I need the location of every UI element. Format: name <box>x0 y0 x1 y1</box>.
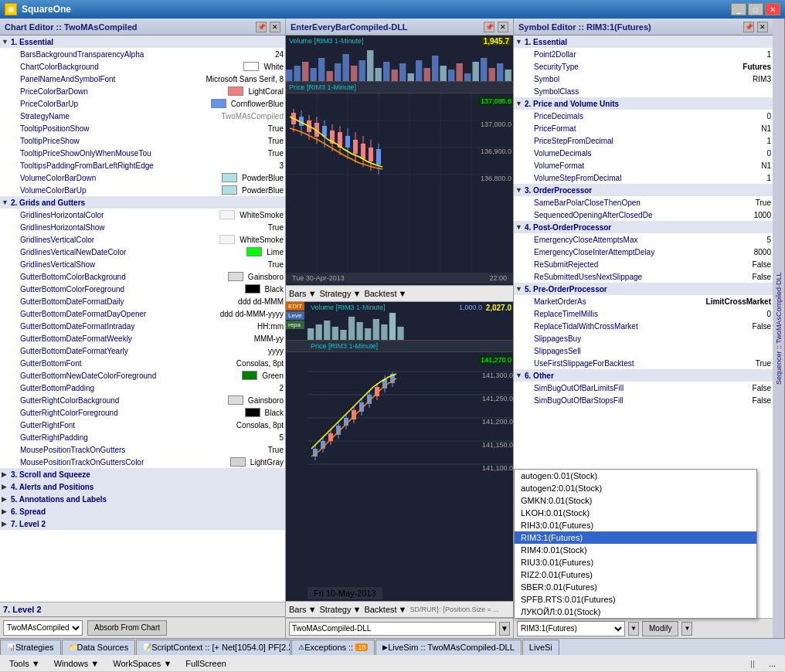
tab-exceptions[interactable]: ⚠ Exceptions :: 18 <box>291 640 375 655</box>
se-resubmit-rejected[interactable]: ReSubmitRejected False <box>514 258 773 270</box>
se-section-essential[interactable]: ▼ 1. Essential <box>514 36 773 48</box>
dropdown-item-autogen[interactable]: autogen:0.01(Stock) <box>515 470 756 482</box>
close-panel-button2[interactable]: ✕ <box>498 22 508 32</box>
menu-tools[interactable]: Tools ▼ <box>3 657 46 670</box>
prop-gutter-right-pad[interactable]: GutterRightPadding 5 <box>0 431 285 443</box>
minimize-button[interactable]: _ <box>731 3 746 15</box>
section-level2[interactable]: ▶ 7. Level 2 <box>0 518 285 530</box>
prop-gutter-yearly[interactable]: GutterBottomDateFormatYearly yyyy <box>0 344 285 357</box>
close-panel-button3[interactable]: ✕ <box>757 22 768 32</box>
strategy-dropdown-2[interactable]: Strategy ▼ <box>320 605 362 614</box>
backtest-dropdown-2[interactable]: Backtest ▼ <box>364 605 406 614</box>
prop-gutter-bottom-bg[interactable]: GutterBottomColorBackground Gainsboro <box>0 270 285 283</box>
se-replace-tidal[interactable]: ReplaceTidalWithCrossMarket False <box>514 320 773 332</box>
prop-grid-h-show[interactable]: GridlinesHorizontalShow True <box>0 221 285 233</box>
prop-gutter-weekly[interactable]: GutterBottomDateFormatWeekly MMM-yy <box>0 332 285 344</box>
se-seq-open[interactable]: SequencedOpeningAfterClosedDe 1000 <box>514 209 773 221</box>
se-sim-limits[interactable]: SimBugOutOfBarLimitsFill False <box>514 382 773 394</box>
section-grids[interactable]: ▼ 2. Grids and Gutters <box>0 196 285 209</box>
prop-gutter-newdate-fg[interactable]: GutterBottomNewDateColorForeground Green <box>0 369 285 382</box>
se-section-post[interactable]: ▼ 4. Post-OrderProcessor <box>514 221 773 233</box>
se-symbol-class[interactable]: SymbolClass <box>514 85 773 97</box>
se-symbol[interactable]: Symbol RIM3 <box>514 73 773 85</box>
close-panel-button[interactable]: ✕ <box>270 22 280 32</box>
se-slippages-sell[interactable]: SlippagesSell <box>514 344 773 357</box>
menu-fullscreen[interactable]: FullScreen <box>179 657 233 670</box>
clear-input-button[interactable]: ▼ <box>499 622 510 636</box>
strategy-select[interactable]: TwoMAsCompiled <box>3 620 83 636</box>
strategy-dropdown-1[interactable]: Strategy ▼ <box>320 289 362 298</box>
dropdown-item-gmkn[interactable]: GMKN:0.01(Stock) <box>515 494 756 507</box>
tab-strategies[interactable]: 📊 Strategies <box>0 640 61 655</box>
prop-gutter-dayopener[interactable]: GutterBottomDateFormatDayOpener ddd dd-M… <box>0 307 285 320</box>
dropdown-item-lkoh[interactable]: LKOH:0.01(Stock) <box>515 507 756 519</box>
se-section-order-proc[interactable]: ▼ 3. OrderProcessor <box>514 184 773 196</box>
prop-vol-down[interactable]: VolumeColorBarDown PowderBlue <box>0 171 285 184</box>
prop-tooltip-only[interactable]: TooltipPriceShowOnlyWhenMouseTou True <box>0 147 285 159</box>
section-spread[interactable]: ▶ 6. Spread <box>0 505 285 518</box>
section-scroll[interactable]: ▶ 3. Scroll and Squeeze <box>0 468 285 480</box>
prop-gutter-intraday[interactable]: GutterBottomDateFormatIntraday HH:mm <box>0 320 285 332</box>
se-sim-stops[interactable]: SimBugOutOfBarStopsFill False <box>514 394 773 406</box>
se-section-price-units[interactable]: ▼ 2. Price and Volume Units <box>514 97 773 110</box>
se-same-bar-polar[interactable]: SameBarPolarCloseThenOpen True <box>514 196 773 209</box>
prop-gutter-right-fg[interactable]: GutterRightColorForeground Black <box>0 406 285 419</box>
se-replace-millis[interactable]: ReplaceTimelMillis 0 <box>514 307 773 320</box>
bars-dropdown-1[interactable]: Bars ▼ <box>289 289 317 298</box>
prop-tooltip-pos[interactable]: TooltipPositionShow True <box>0 122 285 134</box>
se-use-first-slippage[interactable]: UseFirstSlippageForBacktest True <box>514 357 773 369</box>
dropdown-item-riz2[interactable]: RIZ2:0.01(Futures) <box>515 568 756 581</box>
symbol-select-expand[interactable]: ▼ <box>628 622 639 636</box>
prop-mouse-track[interactable]: MousePositionTrackOnGutters True <box>0 443 285 456</box>
dropdown-item-autogen2[interactable]: autogen2:0.01(Stock) <box>515 482 756 494</box>
prop-chart-color[interactable]: ChartColorBackground White <box>0 60 285 73</box>
se-vol-step[interactable]: VolumeStepFromDecimal 1 <box>514 171 773 184</box>
pin-button2[interactable]: 📌 <box>484 22 494 32</box>
menu-workspaces[interactable]: WorkSpaces ▼ <box>107 657 178 670</box>
se-vol-format[interactable]: VolumeFormat N1 <box>514 159 773 171</box>
dropdown-item-sber[interactable]: SBER:0.01(Futures) <box>515 581 756 593</box>
tab-scriptcontext[interactable]: 📝 ScriptContext :: [+ Net[1054.0] PF[2.2… <box>136 640 291 655</box>
pin-button3[interactable]: 📌 <box>743 22 754 32</box>
dropdown-item-rim3[interactable]: RIM3:1(Futures) <box>515 531 756 544</box>
prop-grid-v-newdate[interactable]: GridlinesVerticalNewDateColor Lime <box>0 246 285 258</box>
chart-editor-tree[interactable]: ▼ 1. Essential BarsBackgroundTransparenc… <box>0 36 285 602</box>
se-resubmit-slippage[interactable]: ReSubmittedUsesNextSlippage False <box>514 270 773 283</box>
se-point2dollar[interactable]: Point2Dollar 1 <box>514 48 773 60</box>
dropdown-item-riu3[interactable]: RIU3:0.01(Futures) <box>515 556 756 568</box>
tab-livesim[interactable]: ▶ LiveSim :: TwoMAsCompiled-DLL <box>376 640 522 655</box>
prop-tooltip-price[interactable]: TooltipPriceShow True <box>0 134 285 147</box>
se-price-format[interactable]: PriceFormat N1 <box>514 122 773 134</box>
compiled-dll-input[interactable] <box>289 622 496 636</box>
se-section-pre[interactable]: ▼ 5. Pre-OrderProcessor <box>514 283 773 295</box>
se-ec-max[interactable]: EmergencyCloseAttemptsMax 5 <box>514 233 773 246</box>
se-vol-decimals[interactable]: VolumeDecimals 0 <box>514 147 773 159</box>
section-alerts[interactable]: ▶ 4. Alerts and Positions <box>0 480 285 493</box>
bars-dropdown-2[interactable]: Bars ▼ <box>289 605 317 614</box>
close-button[interactable]: ✕ <box>765 3 780 15</box>
dropdown-item-lukoil[interactable]: ЛУКОЙЛ:0.01(Stock) <box>515 606 756 618</box>
prop-mouse-track-color[interactable]: MousePositionTrackOnGuttersColor LightGr… <box>0 456 285 468</box>
section-essential[interactable]: ▼ 1. Essential <box>0 36 285 48</box>
prop-gutter-font[interactable]: GutterBottomFont Consolas, 8pt <box>0 357 285 369</box>
dropdown-item-rim4[interactable]: RIM4:0.01(Stock) <box>515 544 756 556</box>
prop-strategy-name[interactable]: StrategyName TwoMAsCompiled <box>0 110 285 122</box>
se-price-step[interactable]: PriceStepFromDecimal 1 <box>514 134 773 147</box>
absorb-from-chart-button[interactable]: Absorb From Chart <box>87 620 167 636</box>
section-annot[interactable]: ▶ 5. Annotations and Labels <box>0 493 285 505</box>
backtest-dropdown-1[interactable]: Backtest ▼ <box>364 289 406 298</box>
prop-gutter-daily[interactable]: GutterBottomDateFormatDaily ddd dd-MMM <box>0 295 285 307</box>
prop-gutter-padding[interactable]: GutterBottomPadding 2 <box>0 382 285 394</box>
prop-grid-v-color[interactable]: GridlinesVerticalColor WhiteSmoke <box>0 233 285 246</box>
maximize-button[interactable]: □ <box>748 3 763 15</box>
se-market-order-as[interactable]: MarketOrderAs LimitCrossMarket <box>514 295 773 307</box>
tab-livesi2[interactable]: LiveSi <box>522 640 559 655</box>
menu-extra[interactable]: ... <box>763 657 782 670</box>
prop-tooltip-pad[interactable]: TooltipsPaddingFromBarLeftRightEdge 3 <box>0 159 285 171</box>
prop-grid-v-show[interactable]: GridlinesVerticalShow True <box>0 258 285 270</box>
modify-expand[interactable]: ▼ <box>681 622 692 636</box>
menu-windows[interactable]: Windows ▼ <box>48 657 106 670</box>
se-security-type[interactable]: SecurityType Futures <box>514 60 773 73</box>
prop-gutter-right-bg[interactable]: GutterRightColorBackground Gainsboro <box>0 394 285 406</box>
prop-panel-font[interactable]: PanelNameAndSymbolFont Microsoft Sans Se… <box>0 73 285 85</box>
